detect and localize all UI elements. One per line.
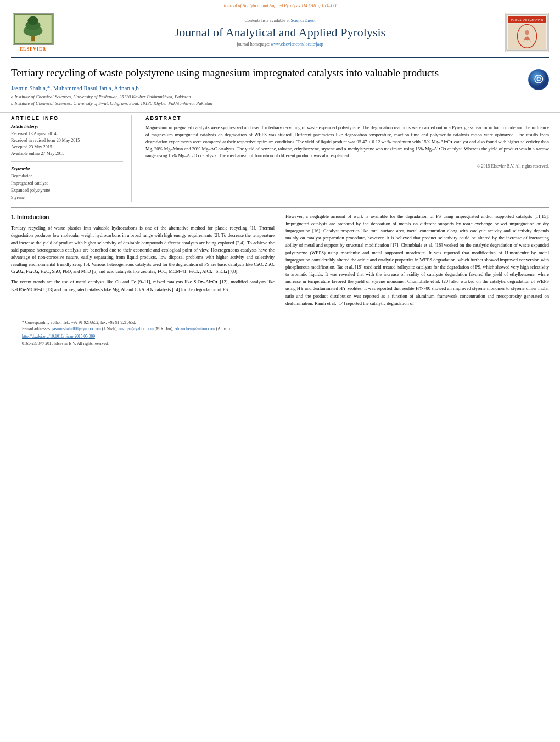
header-area: ELSEVIER Contents lists available at Sci… [0, 8, 560, 57]
issn-line: 0165-2370/© 2015 Elsevier B.V. All right… [22, 341, 538, 346]
journal-thumbnail: JOURNAL OF ANALYTICAL [505, 13, 549, 52]
article-affiliations: a Institute of Chemical Sciences, Univer… [11, 94, 523, 107]
email-line: E-mail addresses: jasminshah2001@yahoo.c… [22, 326, 538, 332]
svg-point-4 [27, 16, 38, 25]
intro-para-2: The recent trends are the use of metal c… [11, 278, 275, 293]
available-online-date: Available online 27 May 2015 [11, 150, 123, 157]
received-date: Received 13 August 2014 [11, 131, 123, 137]
svg-point-12 [525, 30, 529, 35]
journal-homepage-label: journal homepage: [237, 42, 270, 47]
email1-name: (J. Shah), [102, 326, 118, 331]
email1-link[interactable]: jasminshah2001@yahoo.com [52, 326, 101, 331]
sciencedirect-link[interactable]: ScienceDirect [291, 18, 316, 23]
keyword-1: Degradation [11, 173, 123, 180]
intro-heading: 1. Introduction [11, 213, 275, 222]
journal-banner-text: Journal of Analytical and Applied Pyroly… [223, 3, 337, 8]
article-title-block: Tertiary recycling of waste polystyrene … [11, 66, 523, 107]
svg-rect-10 [508, 23, 546, 49]
keyword-2: Impregnated catalyst [11, 180, 123, 187]
affiliation-b: b Institute of Chemical Sciences, Univer… [11, 101, 523, 107]
doi-line: http://dx.doi.org/10.1016/j.jaap.2015.05… [22, 334, 538, 339]
keyword-3: Expanded polystyrene [11, 187, 123, 194]
article-info-col: ARTICLE INFO Article history: Received 1… [11, 115, 132, 201]
header-center: Contents lists available at ScienceDirec… [60, 18, 500, 47]
journal-title: Journal of Analytical and Applied Pyroly… [60, 25, 500, 40]
journal-homepage: journal homepage: www.elsevier.com/locat… [60, 42, 500, 47]
right-intro-para-1: However, a negligible amount of work is … [285, 213, 549, 307]
body-left-col: 1. Introduction Tertiary recycling of wa… [11, 213, 275, 310]
abstract-title: ABSTRACT [145, 115, 549, 121]
abstract-text: Magnesium impregnated catalysts were syn… [145, 124, 549, 159]
received-revised-date: Received in revised form 20 May 2015 [11, 137, 123, 144]
elsevier-brand-text: ELSEVIER [20, 47, 46, 52]
elsevier-logo-image [13, 13, 54, 45]
history-label: Article history: [11, 124, 123, 129]
page: Journal of Analytical and Applied Pyroly… [0, 0, 560, 742]
email2-link[interactable]: rasuljan@yahoo.com [119, 326, 154, 331]
accepted-date: Accepted 23 May 2015 [11, 144, 123, 150]
footnote-area: * Corresponding author. Tel.: +92 91 921… [11, 315, 549, 347]
body-area: 1. Introduction Tertiary recycling of wa… [0, 213, 560, 310]
corresponding-author: * Corresponding author. Tel.: +92 91 921… [22, 320, 538, 326]
affiliation-a: a Institute of Chemical Sciences, Univer… [11, 94, 523, 101]
body-right-col: However, a negligible amount of work is … [285, 213, 549, 310]
two-col-area: ARTICLE INFO Article history: Received 1… [0, 112, 560, 207]
article-main-title: Tertiary recycling of waste polystyrene … [11, 66, 523, 80]
keyword-4: Styrene [11, 194, 123, 202]
keywords-label: Keywords: [11, 166, 123, 171]
contents-available-text: Contents lists available at [245, 18, 290, 23]
copyright-line: © 2015 Elsevier B.V. All rights reserved… [145, 164, 549, 169]
article-info-title: ARTICLE INFO [11, 115, 123, 121]
email-label: E-mail addresses: [22, 326, 51, 331]
email3-link[interactable]: adnanchem@yahoo.com [175, 326, 215, 331]
abstract-col: ABSTRACT Magnesium impregnated catalysts… [143, 115, 549, 201]
journal-banner: Journal of Analytical and Applied Pyroly… [0, 0, 560, 8]
email3-name: (Adnan). [216, 326, 231, 331]
article-title-area: Tertiary recycling of waste polystyrene … [0, 58, 560, 112]
info-divider-1 [11, 161, 123, 162]
contents-line: Contents lists available at ScienceDirec… [60, 18, 500, 23]
svg-text:JOURNAL OF ANALYTICAL: JOURNAL OF ANALYTICAL [510, 19, 544, 22]
crossmark-badge: ⓒ [528, 69, 549, 90]
elsevier-logo: ELSEVIER [11, 13, 55, 52]
article-authors: Jasmin Shah a,*, Muhammad Rasul Jan a, A… [11, 85, 523, 91]
body-divider [11, 207, 549, 208]
email2-name: (M.R. Jan), [155, 326, 173, 331]
svg-text:ⓒ: ⓒ [534, 75, 544, 84]
doi-link[interactable]: http://dx.doi.org/10.1016/j.jaap.2015.05… [22, 334, 95, 339]
intro-para-1: Tertiary recycling of waste plastics int… [11, 225, 275, 275]
journal-homepage-url[interactable]: www.elsevier.com/locate/jaap [271, 42, 323, 47]
